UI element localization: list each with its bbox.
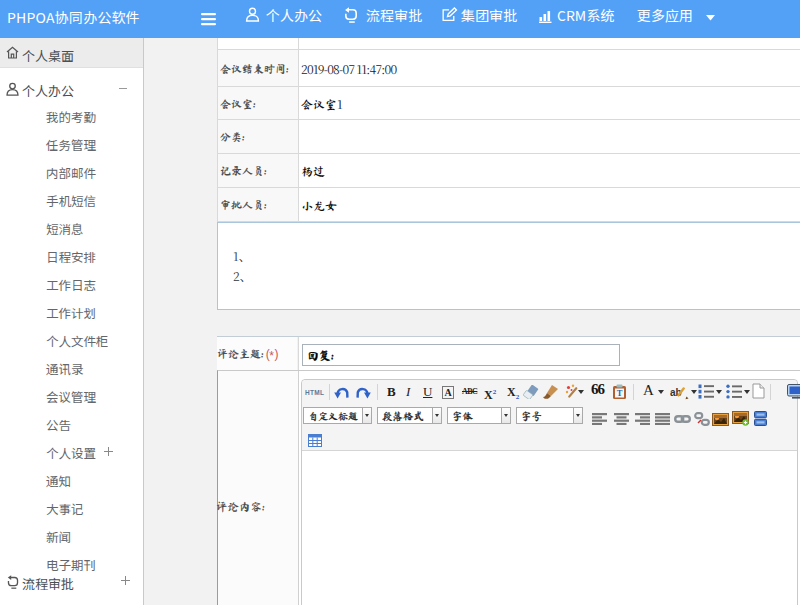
svg-text:T: T — [617, 388, 623, 398]
